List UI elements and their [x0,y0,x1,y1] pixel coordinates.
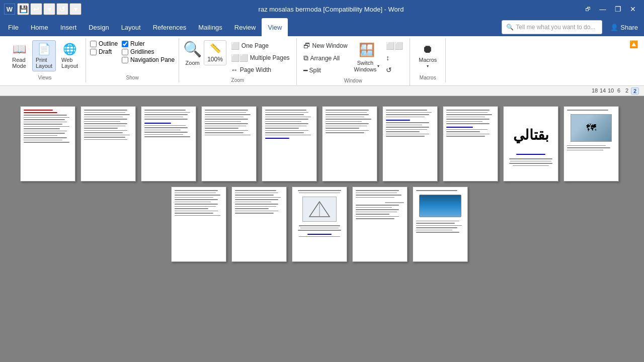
document-area: بقتالي 🗺 [0,96,644,362]
one-page-button[interactable]: ⬜ One Page [228,40,292,51]
ocean-image [419,195,461,217]
close-button[interactable]: ✕ [626,2,640,16]
arrange-all-button[interactable]: ⧉ Arrange All [301,52,350,64]
read-mode-button[interactable]: 📖 ReadMode [8,40,30,71]
show-items: Outline Draft Ruler [90,40,175,73]
map-icon: 🗺 [586,122,596,134]
ruler-num-10: 10 [607,87,615,95]
page-thumb-10[interactable]: 🗺 [564,106,619,182]
switch-windows-button[interactable]: 🪟 SwitchWindows ▾ [352,40,382,75]
customize-qat[interactable]: ▾ [69,3,82,15]
ruler-checkbox[interactable] [122,41,128,47]
print-layout-icon: 📄 [37,43,51,56]
read-mode-label: ReadMode [12,57,26,69]
page-thumb-12[interactable] [231,187,287,262]
web-layout-icon: 🌐 [63,43,76,56]
new-window-button[interactable]: 🗗 New Window [301,40,350,51]
menu-view[interactable]: View [262,18,288,36]
gridlines-checkbox-row[interactable]: Gridlines [122,48,175,55]
page-thumb-2[interactable] [80,106,136,182]
page-thumb-9[interactable]: بقتالي [503,106,558,182]
page-thumb-11[interactable] [171,187,226,262]
page-thumb-13[interactable] [292,187,347,262]
multiple-pages-label: Multiple Pages [250,54,290,61]
reset-window-button[interactable]: ↺ [383,64,406,75]
window-small-buttons: 🗗 New Window ⧉ Arrange All ━ Split [301,40,350,76]
menu-bar: File Home Insert Design Layout Reference… [0,18,644,36]
switch-windows-label-wrap: SwitchWindows ▾ [354,60,380,73]
zoom-items: 🔍 Zoom 📏 100% ⬜ One Page ⬜⬜ Multiple Pag… [183,40,292,75]
minimize-button[interactable]: — [596,2,610,16]
macros-group-label: Macros [414,73,441,80]
save-button[interactable]: 💾 [17,3,29,15]
switch-windows-icon: 🪟 [359,42,375,58]
view-side-by-side-button[interactable]: ⬜⬜ [383,40,406,51]
tell-me-bar[interactable]: 🔍 Tell me what you want to do... [502,20,602,34]
restore-window-button[interactable]: 🗗 [581,2,595,16]
window-extra-buttons: ⬜⬜ ↕ ↺ [383,40,406,75]
share-button[interactable]: 👤 Share [606,18,642,36]
one-page-icon: ⬜ [231,42,239,50]
outline-checkbox[interactable] [90,41,97,47]
draft-checkbox[interactable] [90,49,97,55]
sync-scroll-button[interactable]: ↕ [383,52,406,63]
menu-review[interactable]: Review [228,18,262,36]
window-items: 🗗 New Window ⧉ Arrange All ━ Split 🪟 [301,40,406,76]
page-thumb-6[interactable] [322,106,377,182]
page-thumb-3[interactable] [141,106,196,182]
page-thumb-15[interactable] [413,187,468,262]
draft-label: Draft [99,48,112,55]
quick-access-toolbar: 💾 ↩ ▾ ↺ ▾ [17,3,82,15]
print-layout-label: PrintLayout [36,57,52,69]
restore-button[interactable]: ❐ [611,2,625,16]
read-mode-icon: 📖 [13,43,26,56]
zoom-label: Zoom [186,60,200,66]
page-thumb-14[interactable] [352,187,408,262]
menu-design[interactable]: Design [83,18,115,36]
views-buttons: 📖 ReadMode 📄 PrintLayout 🌐 WebLayout [8,40,82,73]
draft-checkbox-row[interactable]: Draft [90,48,118,55]
menu-layout[interactable]: Layout [115,18,147,36]
page-width-button[interactable]: ↔ Page Width [228,64,292,75]
menu-home[interactable]: Home [25,18,54,36]
new-window-icon: 🗗 [303,42,310,50]
page-thumb-1[interactable] [20,106,75,182]
nav-pane-checkbox-row[interactable]: Navigation Pane [122,56,175,63]
zoom-100-button[interactable]: 📏 100% [204,40,226,65]
menu-references[interactable]: References [147,18,192,36]
page-thumb-4[interactable] [201,106,257,182]
ruler-checkbox-row[interactable]: Ruler [122,40,175,47]
split-label: Split [309,67,321,74]
menu-mailings[interactable]: Mailings [192,18,228,36]
ribbon-group-window: 🗗 New Window ⧉ Arrange All ━ Split 🪟 [297,38,411,85]
zoom-group-label: Zoom [183,75,292,83]
outline-checkbox-row[interactable]: Outline [90,40,118,47]
menu-file[interactable]: File [2,18,25,36]
macros-button[interactable]: ⏺ Macros ▾ [414,40,441,71]
macros-label: Macros [419,57,437,63]
undo-button[interactable]: ↩ [30,3,42,15]
triangle-svg [307,199,332,219]
ruler: 18 14 10 6 2 2 [0,86,644,96]
print-layout-button[interactable]: 📄 PrintLayout [32,40,56,71]
page-thumb-5[interactable] [262,106,317,182]
page-thumb-8[interactable] [443,106,498,182]
menu-insert[interactable]: Insert [54,18,83,36]
collapse-ribbon-button[interactable]: 🔼 [629,40,638,48]
ruler-num-14: 14 [599,87,607,95]
ribbon-group-views: 📖 ReadMode 📄 PrintLayout 🌐 WebLayout Vie… [4,38,86,82]
show-checkboxes-left: Outline Draft [90,40,118,63]
split-button[interactable]: ━ Split [301,65,350,76]
multiple-pages-button[interactable]: ⬜⬜ Multiple Pages [228,52,292,63]
ruler-num-2: 2 [623,87,631,95]
redo-button[interactable]: ↺ [56,3,68,15]
page-thumb-7[interactable] [382,106,438,182]
undo-dropdown[interactable]: ▾ [43,3,55,15]
navigation-pane-checkbox[interactable] [122,57,128,63]
zoom-button[interactable]: 🔍 Zoom [183,40,202,66]
ruler-num-6: 6 [615,87,623,95]
gridlines-checkbox[interactable] [122,49,128,55]
ruler-num-18: 18 [591,87,599,95]
zoom-glass-icon: 🔍 [183,40,202,58]
web-layout-button[interactable]: 🌐 WebLayout [58,40,82,71]
